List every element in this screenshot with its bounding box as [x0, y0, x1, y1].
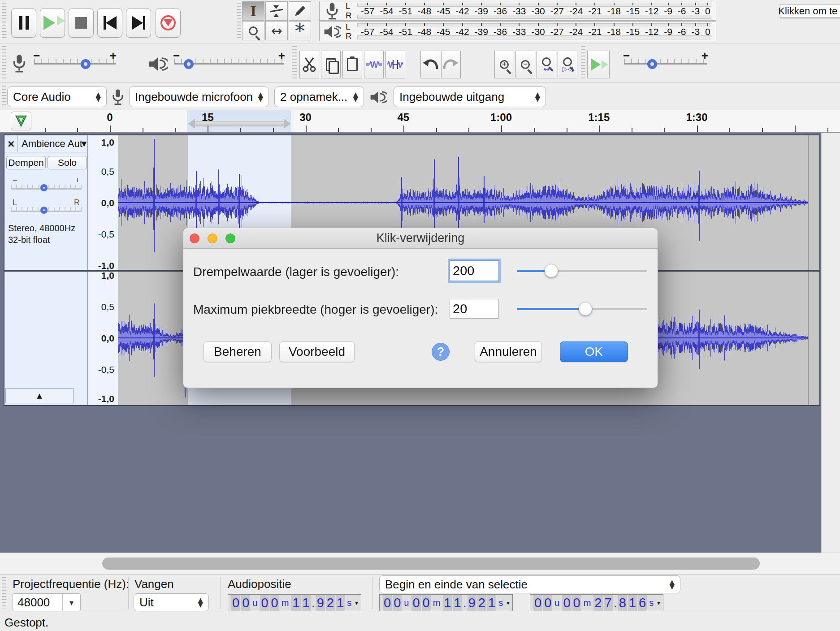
paste-button[interactable] — [342, 51, 362, 78]
copy-button[interactable] — [321, 51, 341, 78]
time-format-dropdown-icon[interactable]: ▾ — [507, 600, 510, 606]
time-digit[interactable]: 0 — [393, 595, 402, 611]
track-gain-slider[interactable]: − + — [11, 177, 82, 194]
skip-to-end-button[interactable] — [126, 8, 151, 38]
time-digit[interactable]: 1 — [628, 595, 637, 611]
timeline-ruler[interactable]: 01530451:001:151:30 — [0, 110, 840, 133]
timeshift-tool-button[interactable]: ↔ — [265, 21, 288, 40]
selection-tool-button[interactable]: I — [242, 1, 264, 21]
threshold-input[interactable] — [450, 260, 499, 281]
time-digit[interactable]: 0 — [383, 595, 392, 611]
recording-device-select[interactable]: Ingebouwde microfoon ▲▼ — [129, 86, 269, 107]
help-button[interactable]: ? — [432, 343, 450, 361]
time-digit[interactable]: . — [312, 596, 315, 610]
stop-button[interactable] — [69, 8, 94, 38]
track-name-menu[interactable]: Ambience Aut ▼ — [18, 135, 88, 152]
time-digit[interactable]: 0 — [241, 595, 250, 611]
time-digit[interactable]: 0 — [231, 595, 240, 611]
playback-volume-thumb[interactable] — [184, 59, 194, 69]
play-at-speed-button[interactable] — [587, 51, 610, 78]
pinned-playhead-button[interactable] — [11, 112, 31, 130]
mixer-toolbar-grip[interactable] — [2, 46, 6, 80]
fit-project-button[interactable]: ▷◁ — [558, 51, 577, 78]
recording-meter[interactable]: L R -57-54-51-48-45-42-39-36-33-30-27-24… — [319, 1, 716, 21]
audio-host-select[interactable]: Core Audio ▲▼ — [7, 86, 107, 107]
undo-button[interactable] — [420, 51, 440, 78]
time-digit[interactable]: 6 — [638, 595, 647, 611]
device-toolbar-grip[interactable] — [2, 86, 6, 108]
peak-width-input[interactable] — [450, 299, 499, 319]
solo-button[interactable]: Solo — [48, 156, 87, 169]
preview-button[interactable]: Voorbeeld — [279, 341, 355, 362]
peak-width-slider-thumb[interactable] — [579, 302, 592, 316]
time-digit[interactable]: 1 — [302, 595, 311, 611]
time-digit[interactable]: . — [614, 596, 617, 610]
zoom-window-button[interactable] — [225, 233, 235, 243]
selection-start-time[interactable]: 00u00m11.921s▾ — [379, 594, 513, 611]
time-digit[interactable]: 0 — [260, 595, 269, 611]
threshold-slider-thumb[interactable] — [545, 264, 558, 277]
edit-toolbar-grip[interactable] — [292, 46, 297, 80]
skip-to-start-button[interactable] — [97, 8, 122, 38]
time-digit[interactable]: 1 — [336, 595, 345, 611]
time-digit[interactable]: 9 — [468, 595, 476, 611]
track-pan-thumb[interactable] — [40, 207, 48, 214]
pause-button[interactable] — [11, 8, 36, 38]
silence-audio-button[interactable] — [385, 51, 405, 78]
time-digit[interactable]: 0 — [270, 595, 279, 611]
time-digit[interactable]: 1 — [487, 595, 496, 611]
recording-volume-thumb[interactable] — [81, 59, 91, 69]
time-digit[interactable]: 2 — [326, 595, 335, 611]
snap-select[interactable]: Uit ▲▼ — [134, 593, 209, 611]
time-digit[interactable]: 2 — [593, 595, 602, 611]
track-collapse-button[interactable]: ▲ — [5, 388, 74, 403]
time-digit[interactable]: 0 — [411, 595, 420, 611]
playback-device-select[interactable]: Ingebouwde uitgang ▲▼ — [394, 86, 546, 107]
redo-button[interactable] — [441, 51, 461, 78]
time-digit[interactable]: 8 — [618, 595, 627, 611]
time-digit[interactable]: 0 — [533, 595, 542, 611]
audio-position-time[interactable]: 00u00m11.921s▾ — [228, 594, 361, 611]
selection-end-time[interactable]: 00u00m27.816s▾ — [530, 594, 663, 611]
fit-selection-button[interactable]: ↔ — [537, 51, 556, 78]
playspeed-toolbar-grip[interactable] — [581, 46, 585, 80]
project-rate-select[interactable]: 48000 ▾ — [13, 593, 81, 611]
recording-channels-select[interactable]: 2 opnamek... ▲▼ — [274, 86, 364, 107]
time-digit[interactable]: 1 — [453, 595, 462, 611]
manage-button[interactable]: Beheren — [204, 341, 272, 362]
zoom-out-button[interactable]: − — [515, 51, 535, 78]
tools-toolbar-grip[interactable] — [237, 3, 241, 40]
selection-mode-select[interactable]: Begin en einde van selectie ▲▼ — [379, 575, 680, 593]
track-close-button[interactable]: × — [4, 135, 18, 152]
dialog-titlebar[interactable]: Klik-verwijdering — [183, 228, 658, 249]
playback-meter[interactable]: L R -57-54-51-48-45-42-39-36-33-30-27-24… — [319, 22, 716, 41]
time-format-dropdown-icon[interactable]: ▾ — [657, 600, 660, 606]
multi-tool-button[interactable]: * — [289, 21, 311, 40]
play-button[interactable] — [40, 8, 65, 38]
play-speed-thumb[interactable] — [647, 59, 657, 69]
time-digit[interactable]: 1 — [291, 595, 300, 611]
time-digit[interactable]: 9 — [316, 595, 325, 611]
time-format-dropdown-icon[interactable]: ▾ — [355, 600, 358, 606]
time-digit[interactable]: 0 — [562, 595, 571, 611]
draw-tool-button[interactable] — [289, 1, 311, 21]
horizontal-scrollbar[interactable] — [0, 553, 840, 574]
time-digit[interactable]: 0 — [543, 595, 552, 611]
trim-audio-button[interactable] — [364, 51, 384, 78]
mute-button[interactable]: Dempen — [6, 156, 46, 169]
time-digit[interactable]: . — [463, 596, 467, 610]
close-window-button[interactable] — [190, 233, 199, 243]
time-digit[interactable]: 2 — [477, 595, 486, 611]
track-gain-thumb[interactable] — [40, 184, 48, 191]
ok-button[interactable]: OK — [560, 341, 628, 362]
vertical-scrollbar[interactable] — [821, 133, 840, 553]
time-digit[interactable]: 0 — [422, 595, 431, 611]
track-pan-slider[interactable]: L R — [11, 199, 82, 217]
selection-toolbar-grip[interactable] — [2, 577, 6, 609]
cancel-button[interactable]: Annuleren — [475, 341, 542, 362]
zoom-tool-button[interactable] — [242, 21, 264, 40]
time-digit[interactable]: 1 — [443, 595, 452, 611]
cut-button[interactable] — [299, 51, 319, 78]
threshold-slider[interactable] — [517, 264, 647, 277]
time-digit[interactable]: 7 — [604, 595, 613, 611]
